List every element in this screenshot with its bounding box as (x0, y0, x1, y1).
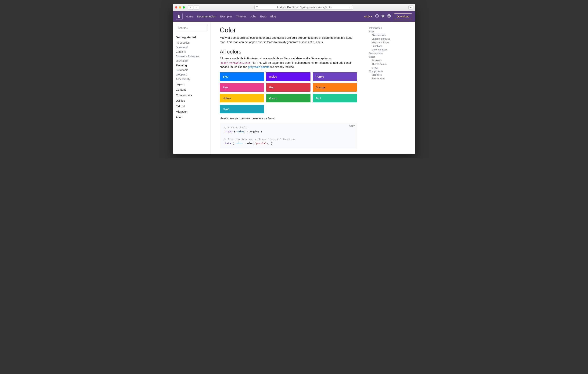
back-button[interactable]: ‹ (188, 5, 193, 10)
nav-link-themes[interactable]: Themes (236, 15, 246, 18)
usage-paragraph: Here's how you can use these in your Sas… (220, 116, 357, 121)
nav-links: HomeDocumentationExamplesThemesJobsExpoB… (186, 15, 361, 18)
code-block: Copy // With variable .alpha { color: $p… (220, 123, 357, 149)
swatch-orange: Orange (313, 83, 357, 92)
nav-buttons: ‹ › (188, 5, 199, 10)
sidebar-item[interactable]: Webpack (176, 73, 187, 76)
sidebar-category[interactable]: About (176, 114, 207, 120)
toc-link[interactable]: Sass options (369, 52, 383, 55)
nav-link-expo[interactable]: Expo (260, 15, 267, 18)
slack-icon[interactable] (387, 14, 391, 18)
swatch-red: Red (266, 83, 310, 92)
intro-paragraph: Many of Bootstrap's various components a… (220, 36, 357, 44)
main-content: Color Many of Bootstrap's various compon… (211, 22, 366, 154)
sidebar-item[interactable]: JavaScript (176, 59, 188, 62)
toc-link[interactable]: Modifiers (372, 73, 382, 76)
titlebar: ‹ › ☰ localhost:9001/docs/4.0/getting-st… (173, 4, 415, 11)
grayscale-link[interactable]: grayscale palette (248, 65, 269, 68)
sidebar-category[interactable]: Utilities (176, 98, 207, 103)
code-inline: scss/_variables.scss (220, 61, 251, 65)
sidebar-heading: Getting started (176, 36, 207, 39)
sidebar-category[interactable]: Components (176, 92, 207, 98)
maximize-icon[interactable] (183, 6, 185, 9)
reader-icon[interactable]: ☰ (256, 6, 258, 9)
sidebar-category[interactable]: Layout (176, 81, 207, 87)
toc-link[interactable]: Responsive (372, 77, 385, 80)
sidebar-item[interactable]: Introduction (176, 41, 190, 44)
section-heading: All colors (220, 49, 357, 55)
sidebar: Getting started IntroductionDownloadCont… (173, 22, 211, 154)
color-swatches: BlueIndigoPurplePinkRedOrangeYellowGreen… (220, 72, 357, 113)
nav-link-documentation[interactable]: Documentation (197, 15, 216, 18)
toc-link[interactable]: Variable defaults (372, 37, 390, 40)
swatch-blue: Blue (220, 72, 264, 81)
copy-button[interactable]: Copy (349, 124, 355, 128)
version-label: v4.0 (364, 15, 370, 18)
swatch-yellow: Yellow (220, 94, 264, 102)
sidebar-item[interactable]: Accessibility (176, 77, 190, 81)
toc-link[interactable]: Color contrast (372, 48, 387, 51)
sidebar-item[interactable]: Browsers & devices (176, 55, 199, 58)
swatch-cyan: Cyan (220, 105, 264, 113)
brand-logo[interactable]: B (176, 13, 183, 20)
url-text: localhost:9001/docs/4.0/getting-started/… (259, 6, 350, 9)
sidebar-item[interactable]: Download (176, 46, 188, 49)
sidebar-category[interactable]: Migration (176, 109, 207, 114)
version-dropdown[interactable]: v4.0 ▼ (364, 15, 372, 18)
search-input[interactable] (176, 25, 207, 31)
new-tab-button[interactable]: + (409, 5, 413, 10)
sidebar-category[interactable]: Content (176, 87, 207, 92)
nav-link-examples[interactable]: Examples (220, 15, 232, 18)
sidebar-item[interactable]: Contents (176, 50, 186, 53)
toc-link[interactable]: Functions (372, 44, 382, 47)
toc-link[interactable]: Theme colors (372, 63, 387, 66)
reload-icon[interactable]: ⟳ (350, 6, 352, 9)
nav-link-jobs[interactable]: Jobs (250, 15, 256, 18)
toc-link[interactable]: Color (369, 55, 375, 58)
nav-link-blog[interactable]: Blog (270, 15, 276, 18)
nav-link-home[interactable]: Home (186, 15, 193, 18)
top-navbar: B HomeDocumentationExamplesThemesJobsExp… (173, 11, 415, 22)
sidebar-list: IntroductionDownloadContentsBrowsers & d… (176, 40, 207, 81)
table-of-contents: IntroductionSassFile structureVariable d… (366, 22, 400, 154)
caret-down-icon: ▼ (370, 15, 372, 17)
toc-link[interactable]: All colors (372, 59, 382, 62)
swatch-indigo: Indigo (266, 72, 310, 81)
toc-link[interactable]: Grays (372, 66, 378, 69)
forward-button: › (194, 5, 199, 10)
download-button[interactable]: Download (394, 13, 412, 19)
close-icon[interactable] (175, 6, 177, 9)
sidebar-item[interactable]: Theming (176, 64, 187, 67)
toc-link[interactable]: Components (369, 70, 383, 73)
twitter-icon[interactable] (381, 14, 385, 18)
sidebar-item[interactable]: Build tools (176, 68, 188, 71)
page-title: Color (220, 26, 357, 34)
swatch-purple: Purple (313, 72, 357, 81)
browser-window: ‹ › ☰ localhost:9001/docs/4.0/getting-st… (173, 4, 415, 154)
swatch-pink: Pink (220, 83, 264, 92)
swatch-teal: Teal (313, 94, 357, 102)
swatch-green: Green (266, 94, 310, 102)
toc-link[interactable]: Maps and loops (372, 41, 389, 44)
address-bar[interactable]: ☰ localhost:9001/docs/4.0/getting-starte… (254, 5, 353, 10)
minimize-icon[interactable] (179, 6, 181, 9)
github-icon[interactable] (375, 14, 379, 18)
sidebar-category[interactable]: Extend (176, 103, 207, 109)
toc-link[interactable]: Sass (369, 30, 375, 33)
toc-link[interactable]: File structure (372, 34, 386, 37)
window-controls (175, 6, 185, 9)
section-paragraph: All colors available in Bootstrap 4, are… (220, 56, 357, 69)
toc-link[interactable]: Introduction (369, 27, 382, 29)
